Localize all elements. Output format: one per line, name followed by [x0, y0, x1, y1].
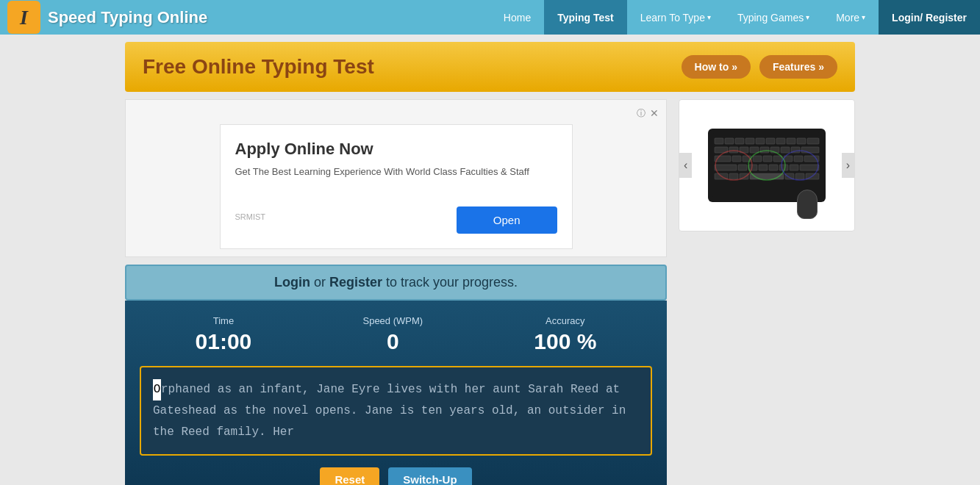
chevron-down-icon: ▾ [806, 13, 809, 21]
svg-rect-32 [759, 165, 768, 170]
switchup-button[interactable]: Switch-Up [388, 467, 471, 485]
accuracy-value: 100 % [534, 329, 596, 354]
typing-area: Time 01:00 Speed (WPM) 0 Accuracy 100 % … [125, 301, 667, 485]
login-bar: Login or Register to track your progress… [125, 265, 667, 301]
how-to-button[interactable]: How to » [682, 55, 751, 79]
svg-rect-27 [794, 156, 803, 162]
right-sidebar: ‹ [679, 99, 855, 485]
ad-top-bar: ⓘ ✕ [133, 107, 659, 120]
speed-value: 0 [362, 329, 423, 354]
svg-rect-15 [760, 147, 769, 153]
svg-rect-21 [732, 156, 741, 162]
typing-text: rphaned as an infant, Jane Eyre lives wi… [153, 383, 626, 439]
nav-login-register[interactable]: Login/ Register [879, 0, 980, 35]
ad-source: SRMIST [235, 212, 266, 221]
or-word: or [314, 275, 326, 290]
keyboard-image [712, 132, 822, 198]
speed-stat: Speed (WPM) 0 [362, 315, 423, 354]
svg-rect-17 [781, 147, 790, 153]
nav-home[interactable]: Home [490, 0, 544, 35]
nav-typing-test[interactable]: Typing Test [544, 0, 626, 35]
site-title: Speed Typing Online [48, 8, 207, 27]
sidebar-prev-button[interactable]: ‹ [679, 153, 692, 178]
logo-area: I Speed Typing Online [0, 1, 272, 34]
banner-buttons: How to » Features » [682, 55, 837, 79]
svg-rect-3 [735, 138, 744, 144]
register-link[interactable]: Register [329, 275, 382, 290]
svg-rect-38 [729, 173, 738, 179]
stats-row: Time 01:00 Speed (WPM) 0 Accuracy 100 % [140, 315, 652, 354]
svg-rect-4 [745, 138, 754, 144]
ad-inner: Apply Online Now Get The Best Learning E… [220, 124, 573, 249]
time-stat: Time 01:00 [196, 315, 252, 354]
svg-rect-8 [787, 138, 795, 144]
typing-box[interactable]: Orphaned as an infant, Jane Eyre lives w… [140, 366, 652, 456]
chevron-down-icon: ▾ [862, 13, 865, 21]
svg-rect-30 [738, 165, 747, 170]
nav-more[interactable]: More ▾ [823, 0, 879, 35]
login-link[interactable]: Login [274, 275, 310, 290]
action-buttons: Reset Switch-Up [140, 467, 652, 485]
svg-rect-10 [807, 138, 819, 144]
svg-rect-35 [790, 165, 798, 170]
accuracy-stat: Accuracy 100 % [534, 315, 596, 354]
ad-text: Get The Best Learning Experience With Wo… [235, 166, 557, 177]
reset-button[interactable]: Reset [320, 467, 379, 485]
svg-rect-19 [801, 147, 819, 153]
svg-rect-42 [795, 173, 804, 179]
nav-learn-to-type[interactable]: Learn To Type ▾ [627, 0, 724, 35]
svg-rect-9 [797, 138, 806, 144]
accuracy-label: Accuracy [534, 315, 596, 326]
sidebar-next-button[interactable]: › [842, 153, 854, 178]
svg-rect-36 [800, 165, 819, 170]
svg-rect-5 [756, 138, 765, 144]
svg-rect-24 [763, 156, 772, 162]
chevron-down-icon: ▾ [707, 13, 711, 21]
svg-rect-12 [729, 147, 738, 153]
banner-title: Free Online Typing Test [143, 55, 374, 79]
logo-icon[interactable]: I [7, 1, 40, 34]
ad-heading: Apply Online Now [235, 140, 557, 159]
svg-rect-23 [753, 156, 762, 162]
svg-rect-2 [725, 138, 734, 144]
svg-rect-14 [750, 147, 759, 153]
svg-rect-29 [715, 165, 737, 170]
header: I Speed Typing Online Home Typing Test L… [0, 0, 980, 35]
banner: Free Online Typing Test How to » Feature… [125, 42, 855, 92]
typing-cursor: O [153, 379, 161, 400]
svg-rect-7 [776, 138, 785, 144]
time-label: Time [196, 315, 252, 326]
time-value: 01:00 [196, 329, 252, 354]
ad-open-button[interactable]: Open [457, 206, 557, 234]
sidebar-image-box: ‹ [679, 99, 855, 231]
ad-close-button[interactable]: ✕ [650, 107, 659, 120]
nav-typing-games[interactable]: Typing Games ▾ [724, 0, 823, 35]
speed-label: Speed (WPM) [362, 315, 423, 326]
features-button[interactable]: Features » [759, 55, 837, 79]
left-content: ⓘ ✕ Apply Online Now Get The Best Learni… [125, 99, 667, 485]
main-content: ⓘ ✕ Apply Online Now Get The Best Learni… [0, 99, 980, 485]
main-nav: Home Typing Test Learn To Type ▾ Typing … [272, 0, 980, 35]
svg-rect-34 [779, 165, 788, 170]
svg-rect-6 [766, 138, 775, 144]
svg-rect-1 [715, 138, 723, 144]
ad-info-icon: ⓘ [637, 107, 645, 120]
svg-rect-33 [769, 165, 778, 170]
ad-area: ⓘ ✕ Apply Online Now Get The Best Learni… [125, 99, 667, 257]
